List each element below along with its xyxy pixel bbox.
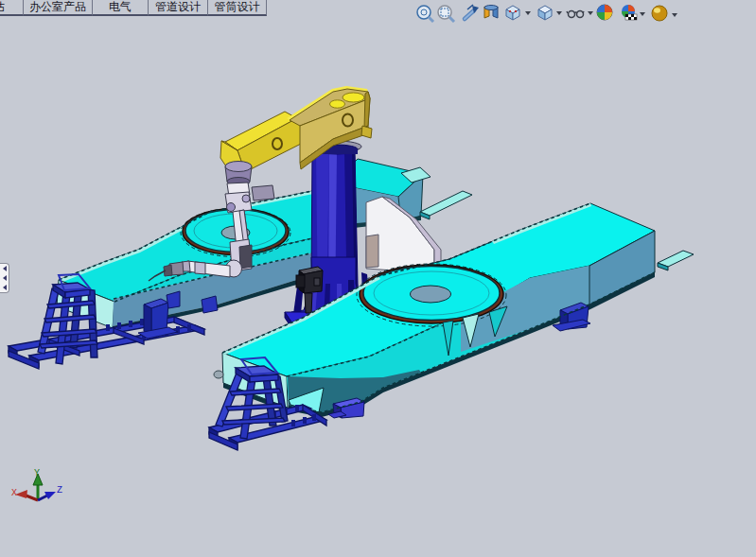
svg-text:X: X xyxy=(11,488,17,498)
svg-text:Z: Z xyxy=(57,485,62,496)
svg-text:Y: Y xyxy=(34,468,40,479)
